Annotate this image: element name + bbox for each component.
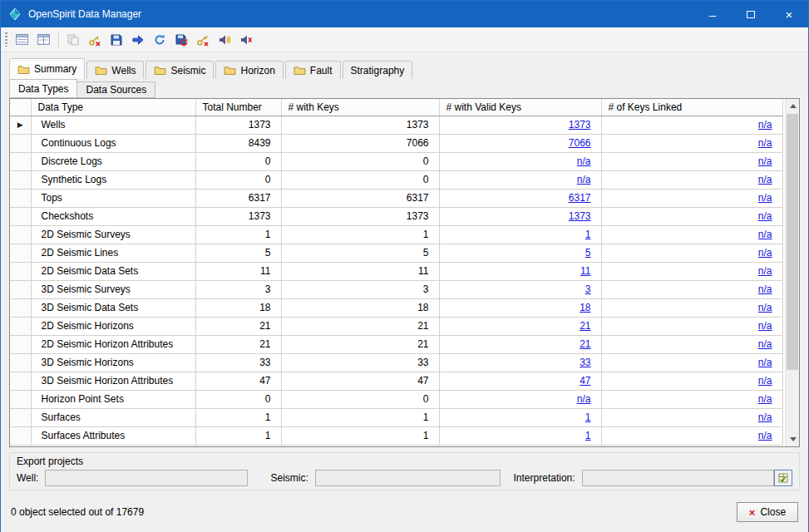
refresh-button[interactable] xyxy=(149,30,170,50)
valid-keys-link[interactable]: 7066 xyxy=(569,137,591,149)
scroll-up-button[interactable] xyxy=(786,99,800,113)
maximize-button[interactable] xyxy=(732,1,770,27)
row-selector[interactable] xyxy=(10,280,31,298)
column-header-total-number[interactable]: Total Number xyxy=(195,99,281,116)
keys-linked-link[interactable]: n/a xyxy=(758,320,772,332)
column-header-with-valid-keys[interactable]: # with Valid Keys xyxy=(439,99,601,116)
keys-linked-link[interactable]: n/a xyxy=(758,210,772,222)
valid-keys-link[interactable]: n/a xyxy=(577,393,591,405)
row-selector[interactable] xyxy=(10,244,31,262)
tab-stratigraphy[interactable]: Stratigraphy xyxy=(343,61,413,79)
scrollbar-thumb[interactable] xyxy=(787,114,798,370)
keys-linked-link[interactable]: n/a xyxy=(758,265,772,277)
row-selector[interactable] xyxy=(10,170,31,189)
table-row[interactable]: 3D Seismic Horizons333333n/a xyxy=(10,353,782,372)
row-selector[interactable] xyxy=(10,152,31,170)
keys-linked-link[interactable]: n/a xyxy=(758,229,772,240)
valid-keys-link[interactable]: 21 xyxy=(580,320,590,332)
scroll-down-button[interactable] xyxy=(786,432,800,446)
column-header-data-type[interactable]: Data Type xyxy=(31,99,195,116)
details-view-button[interactable] xyxy=(33,30,54,50)
valid-keys-link[interactable]: 1 xyxy=(585,229,591,240)
save-button[interactable] xyxy=(106,30,126,50)
sound-off-button[interactable] xyxy=(235,30,256,50)
keys-linked-link[interactable]: n/a xyxy=(758,119,772,131)
valid-keys-link[interactable]: 1373 xyxy=(569,210,591,222)
tab-seismic[interactable]: Seismic xyxy=(146,61,214,79)
subtab-data-types[interactable]: Data Types xyxy=(9,79,77,98)
interpretation-input[interactable] xyxy=(582,470,775,486)
keys-linked-link[interactable]: n/a xyxy=(758,338,772,350)
row-selector[interactable] xyxy=(10,335,31,353)
table-row[interactable]: Surfaces111n/a xyxy=(10,408,782,426)
close-button[interactable]: × Close xyxy=(737,502,798,522)
close-window-button[interactable]: × xyxy=(770,1,808,27)
minimize-button[interactable]: – xyxy=(693,1,732,27)
row-selector[interactable] xyxy=(10,372,31,390)
table-row[interactable]: 2D Seismic Surveys111n/a xyxy=(10,225,782,244)
table-row[interactable]: Discrete Logs00n/an/a xyxy=(10,152,782,170)
valid-keys-link[interactable]: 47 xyxy=(580,375,590,387)
row-selector[interactable] xyxy=(10,225,31,244)
keys-linked-link[interactable]: n/a xyxy=(758,357,772,368)
table-row[interactable]: Horizon Point Sets00n/an/a xyxy=(10,390,782,408)
keys-linked-link[interactable]: n/a xyxy=(758,283,772,295)
keys-linked-link[interactable]: n/a xyxy=(758,155,772,167)
tab-fault[interactable]: Fault xyxy=(285,61,341,79)
seismic-input[interactable] xyxy=(315,470,501,486)
save-keys-button[interactable] xyxy=(170,30,191,50)
table-row[interactable]: Continuous Logs843970667066n/a xyxy=(10,134,782,152)
toolbar-gripper[interactable] xyxy=(5,32,7,47)
row-selector[interactable] xyxy=(10,353,31,372)
row-selector[interactable] xyxy=(10,426,31,445)
column-header-keys-linked[interactable]: # of Keys Linked xyxy=(601,99,782,116)
table-row[interactable]: Synthetic Logs00n/an/a xyxy=(10,170,782,189)
export-options-button[interactable] xyxy=(774,470,792,486)
table-row[interactable]: 3D Seismic Surveys333n/a xyxy=(10,280,782,298)
column-header-with-keys[interactable]: # with Keys xyxy=(281,99,439,116)
keys-linked-link[interactable]: n/a xyxy=(758,375,772,387)
valid-keys-link[interactable]: 18 xyxy=(580,302,590,313)
table-row[interactable]: 2D Seismic Horizon Attributes212121n/a xyxy=(10,335,782,353)
row-selector[interactable] xyxy=(10,408,31,426)
table-row[interactable]: Surfaces Attributes111n/a xyxy=(10,426,782,445)
keys-linked-link[interactable]: n/a xyxy=(758,393,772,405)
clear-keys-button[interactable] xyxy=(192,30,213,50)
vertical-scrollbar[interactable] xyxy=(785,99,799,446)
valid-keys-link[interactable]: 1 xyxy=(585,430,591,441)
keys-linked-link[interactable]: n/a xyxy=(758,302,772,313)
valid-keys-link[interactable]: 6317 xyxy=(569,192,591,204)
table-row[interactable]: ▶Wells137313731373n/a xyxy=(10,116,782,134)
table-row[interactable]: 3D Seismic Horizon Attributes474747n/a xyxy=(10,372,782,390)
keys-linked-link[interactable]: n/a xyxy=(758,137,772,149)
row-selector[interactable] xyxy=(10,317,31,335)
valid-keys-link[interactable]: 1373 xyxy=(569,119,591,131)
valid-keys-link[interactable]: 21 xyxy=(580,338,590,350)
list-view-button[interactable] xyxy=(12,30,32,50)
table-row[interactable]: 2D Seismic Data Sets111111n/a xyxy=(10,262,782,280)
export-button[interactable] xyxy=(127,30,148,50)
tab-summary[interactable]: Summary xyxy=(9,58,85,79)
row-selector[interactable] xyxy=(10,207,31,225)
valid-keys-link[interactable]: 3 xyxy=(585,283,591,295)
table-row[interactable]: Tops631763176317n/a xyxy=(10,189,782,207)
tab-horizon[interactable]: Horizon xyxy=(215,61,283,79)
keys-linked-link[interactable]: n/a xyxy=(758,247,772,259)
titlebar[interactable]: OpenSpirit Data Manager – × xyxy=(1,1,808,27)
keys-linked-link[interactable]: n/a xyxy=(758,174,772,185)
table-row[interactable]: 3D Seismic Data Sets181818n/a xyxy=(10,298,782,317)
table-row[interactable]: 2D Seismic Horizons212121n/a xyxy=(10,317,782,335)
keys-linked-link[interactable]: n/a xyxy=(758,192,772,204)
table-row[interactable]: 2D Seismic Lines555n/a xyxy=(10,244,782,262)
delete-keys-button[interactable] xyxy=(84,30,105,50)
valid-keys-link[interactable]: n/a xyxy=(577,155,591,167)
subtab-data-sources[interactable]: Data Sources xyxy=(76,81,155,98)
tab-wells[interactable]: Wells xyxy=(86,61,144,79)
keys-linked-link[interactable]: n/a xyxy=(758,430,772,441)
well-input[interactable] xyxy=(45,470,248,486)
row-selector[interactable] xyxy=(10,390,31,408)
valid-keys-link[interactable]: n/a xyxy=(577,174,591,185)
sound-on-button[interactable] xyxy=(214,30,234,50)
row-selector[interactable] xyxy=(10,189,31,207)
valid-keys-link[interactable]: 33 xyxy=(580,357,590,368)
